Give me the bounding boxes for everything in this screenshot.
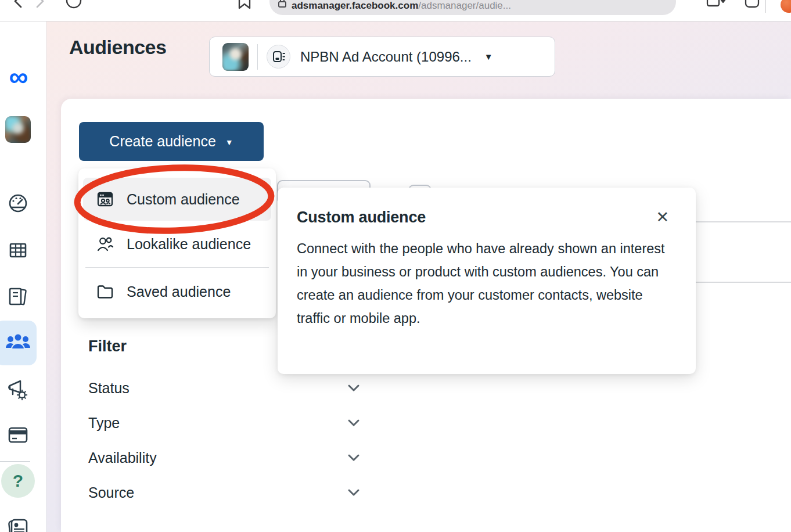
url-bar[interactable]: adsmanager.facebook.com/adsmanager/audie… [269, 0, 676, 15]
filter-row-type[interactable]: Type [88, 411, 361, 434]
filter-row-availability[interactable]: Availability [88, 446, 361, 469]
menu-item-custom-audience[interactable]: Custom audience [83, 178, 271, 221]
menu-item-lookalike-audience[interactable]: Lookalike audience [83, 227, 271, 261]
credit-card-icon [5, 423, 31, 448]
gauge-icon [6, 192, 30, 215]
megaphone-gear-icon [5, 377, 31, 402]
sidebar: ∞ [0, 21, 46, 532]
sidebar-item-campaigns[interactable] [0, 239, 36, 262]
forward-icon[interactable] [33, 0, 46, 8]
chevron-down-icon [347, 454, 360, 462]
create-audience-menu: Custom audience Lookalike audience Saved… [78, 168, 276, 318]
account-avatar [222, 43, 249, 71]
custom-audience-tooltip: Custom audience ✕ Connect with the peopl… [278, 188, 696, 374]
tooltip-body: Connect with the people who have already… [297, 237, 673, 330]
filter-heading: Filter [88, 337, 127, 355]
caret-down-icon: ▼ [225, 136, 233, 147]
sidebar-item-billing[interactable] [0, 423, 36, 448]
url-text: adsmanager.facebook.com/adsmanager/audie… [292, 0, 511, 12]
chevron-down-icon [347, 419, 360, 427]
chevron-down-icon [347, 488, 360, 497]
saved-audience-icon [96, 282, 114, 301]
pages-icon [5, 285, 31, 310]
browser-chrome: adsmanager.facebook.com/adsmanager/audie… [0, 0, 791, 21]
sidebar-item-ads-reporting[interactable] [0, 285, 36, 310]
close-icon[interactable]: ✕ [656, 210, 669, 225]
custom-audience-icon [96, 190, 114, 209]
create-audience-button[interactable]: Create audience ▼ [79, 122, 264, 161]
toolbar-divider [765, 0, 766, 13]
back-icon[interactable] [12, 0, 26, 8]
browser-profile-avatar[interactable] [781, 0, 791, 13]
page-title: Audiences [69, 36, 166, 59]
sidebar-item-help[interactable]: ? [0, 464, 36, 498]
tooltip-title: Custom audience [297, 209, 426, 227]
account-selector[interactable]: NPBN Ad Account (10996... ▼ [209, 37, 555, 77]
history-icon[interactable] [65, 0, 82, 9]
filter-row-status[interactable]: Status [88, 376, 361, 400]
new-tab-icon[interactable] [745, 0, 760, 9]
menu-item-saved-audience[interactable]: Saved audience [83, 274, 271, 309]
account-selector-label: NPBN Ad Account (10996... [300, 49, 472, 65]
menu-divider [85, 267, 269, 268]
table-icon [6, 239, 30, 262]
sidebar-item-audiences[interactable] [0, 330, 36, 355]
avatar [5, 116, 31, 143]
lookalike-audience-icon [96, 235, 114, 253]
account-selector-divider [257, 44, 258, 70]
sidebar-item-news[interactable] [0, 515, 36, 532]
share-download-icon[interactable] [706, 0, 726, 10]
sidebar-item-account-overview[interactable] [0, 192, 36, 215]
lock-icon [278, 0, 287, 8]
meta-logo[interactable]: ∞ [0, 63, 36, 90]
caret-down-icon: ▼ [484, 52, 493, 62]
audiences-people-icon [5, 330, 31, 355]
sidebar-divider [0, 461, 30, 462]
sidebar-item-account-avatar[interactable] [0, 116, 36, 143]
news-icon [5, 515, 31, 532]
chevron-down-icon [347, 384, 360, 392]
help-icon: ? [1, 464, 35, 498]
ads-manager-screen: adsmanager.facebook.com/adsmanager/audie… [0, 0, 791, 532]
filter-row-source[interactable]: Source [88, 481, 361, 504]
sidebar-item-advertising-settings[interactable] [0, 377, 36, 402]
bookmark-icon[interactable] [237, 0, 252, 10]
ad-account-icon [267, 45, 290, 69]
